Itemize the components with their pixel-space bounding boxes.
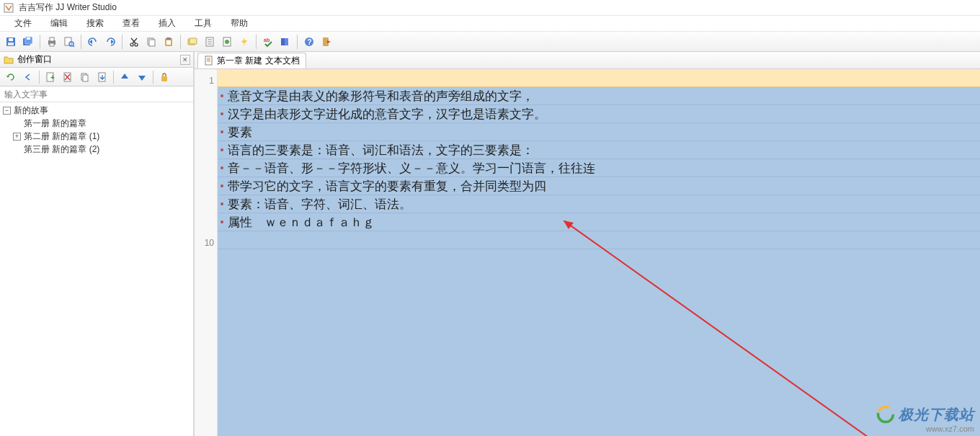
svg-rect-2 bbox=[9, 38, 13, 41]
svg-text:ab: ab bbox=[264, 37, 270, 43]
undo-icon[interactable] bbox=[85, 34, 101, 50]
move-down-icon[interactable] bbox=[134, 69, 150, 85]
print-icon[interactable] bbox=[44, 34, 60, 50]
filter-row bbox=[0, 86, 193, 102]
menu-edit[interactable]: 编辑 bbox=[42, 16, 76, 31]
svg-rect-18 bbox=[149, 40, 155, 46]
svg-line-49 bbox=[564, 221, 888, 436]
svg-rect-8 bbox=[50, 37, 54, 41]
document-tab[interactable]: 第一章 新建 文本文档 bbox=[197, 53, 306, 68]
doc-icon bbox=[204, 55, 214, 66]
line-8[interactable]: 要素：语音、字符、词汇、语法。 bbox=[218, 195, 980, 213]
sidebar-title: 创作窗口 bbox=[17, 53, 52, 66]
editor-scroll[interactable]: 1 10 意音文字是由表义的象形符号和表音的声旁组成的文字， 汉字是由表形文字进… bbox=[195, 69, 980, 436]
cards-icon[interactable] bbox=[184, 34, 200, 50]
cut-icon[interactable] bbox=[126, 34, 142, 50]
sidebar: 创作窗口 ✕ + − 新的故事 第一册 bbox=[0, 52, 195, 436]
line-6[interactable]: 音－－语音、形－－字符形状、义－－意义。学习一门语言，往往连 bbox=[218, 159, 980, 177]
sidebar-toolbar: + bbox=[0, 68, 193, 86]
app-title: 吉吉写作 JJ Writer Studio bbox=[19, 1, 117, 14]
notes-icon[interactable] bbox=[202, 34, 218, 50]
menu-help[interactable]: 帮助 bbox=[222, 16, 257, 31]
svg-point-29 bbox=[225, 40, 229, 44]
arrow-annotation bbox=[564, 221, 924, 436]
line-3[interactable]: 汉字是由表形文字进化成的意音文字，汉字也是语素文字。 bbox=[218, 105, 980, 123]
spellcheck-icon[interactable]: ab bbox=[260, 34, 276, 50]
folder-icon bbox=[3, 54, 14, 66]
lightning-icon[interactable] bbox=[236, 34, 252, 50]
editor-area: 第一章 新建 文本文档 1 10 意音文字是由表义的象形符号和表音的声旁组成的文… bbox=[195, 52, 980, 436]
title-bar: 吉吉写作 JJ Writer Studio bbox=[0, 0, 980, 16]
svg-rect-6 bbox=[27, 37, 30, 40]
line-9[interactable]: 属性 ｗｅｎｄａｆａｈｇ bbox=[218, 213, 980, 231]
main-toolbar: ab ? bbox=[0, 32, 980, 52]
svg-point-14 bbox=[135, 43, 138, 46]
svg-point-13 bbox=[130, 43, 133, 46]
move-up-icon[interactable] bbox=[117, 69, 133, 85]
tab-bar: 第一章 新建 文本文档 bbox=[195, 52, 980, 69]
svg-rect-3 bbox=[8, 43, 14, 45]
filter-input[interactable] bbox=[0, 86, 193, 102]
tree-root-label: 新的故事 bbox=[14, 104, 48, 117]
line-7[interactable]: 带学习它的文字，语言文字的要素有重复，合并同类型为四 bbox=[218, 177, 980, 195]
new-doc-icon[interactable]: + bbox=[43, 69, 58, 85]
editor-content[interactable]: 意音文字是由表义的象形符号和表音的声旁组成的文字， 汉字是由表形文字进化成的意音… bbox=[218, 69, 980, 436]
tree-child-3-label: 第三册 新的篇章 (2) bbox=[24, 143, 99, 156]
menu-view[interactable]: 查看 bbox=[114, 16, 148, 31]
gutter-1: 1 bbox=[195, 72, 214, 90]
copy-doc-icon[interactable] bbox=[77, 69, 93, 85]
tree-child-1[interactable]: 第一册 新的篇章 bbox=[0, 117, 193, 130]
line-1[interactable] bbox=[218, 69, 980, 87]
svg-text:+: + bbox=[50, 74, 55, 81]
import-icon[interactable] bbox=[94, 69, 110, 85]
redo-icon[interactable] bbox=[102, 34, 118, 50]
svg-rect-10 bbox=[65, 37, 71, 45]
line-4[interactable]: 要素 bbox=[218, 123, 980, 141]
save-icon[interactable] bbox=[3, 34, 19, 50]
settings-icon[interactable] bbox=[219, 34, 235, 50]
menu-tools[interactable]: 工具 bbox=[186, 16, 220, 31]
tree-child-2-label: 第二册 新的篇章 (1) bbox=[24, 130, 99, 143]
line-10[interactable] bbox=[218, 231, 980, 249]
menu-insert[interactable]: 插入 bbox=[150, 16, 184, 31]
tree-child-2[interactable]: + 第二册 新的篇章 (1) bbox=[0, 130, 193, 143]
svg-rect-21 bbox=[166, 40, 171, 45]
sidebar-close-icon[interactable]: ✕ bbox=[180, 55, 190, 65]
delete-icon[interactable] bbox=[60, 69, 76, 85]
gutter-10: 10 bbox=[195, 234, 214, 252]
line-gutter: 1 10 bbox=[195, 69, 218, 436]
line-2[interactable]: 意音文字是由表义的象形符号和表音的声旁组成的文字， bbox=[218, 87, 980, 105]
tree-root[interactable]: − 新的故事 bbox=[0, 104, 193, 117]
menu-file[interactable]: 文件 bbox=[6, 16, 40, 31]
tree-child-3[interactable]: 第三册 新的篇章 (2) bbox=[0, 143, 193, 156]
project-tree: − 新的故事 第一册 新的篇章 + 第二册 新的篇章 (1) 第三册 新的篇章 … bbox=[0, 102, 193, 436]
thesaurus-icon[interactable] bbox=[277, 34, 293, 50]
app-icon bbox=[3, 2, 14, 14]
svg-rect-9 bbox=[50, 43, 54, 46]
paste-icon[interactable] bbox=[161, 34, 177, 50]
lock-icon[interactable] bbox=[156, 69, 172, 85]
svg-rect-31 bbox=[281, 38, 285, 45]
svg-line-12 bbox=[73, 45, 74, 47]
help-icon[interactable]: ? bbox=[301, 34, 317, 50]
sidebar-header: 创作窗口 ✕ bbox=[0, 52, 193, 68]
menu-search[interactable]: 搜索 bbox=[78, 16, 112, 31]
tab-label: 第一章 新建 文本文档 bbox=[217, 55, 300, 67]
save-all-icon[interactable] bbox=[20, 34, 36, 50]
svg-rect-32 bbox=[285, 38, 288, 45]
expand-icon[interactable]: + bbox=[13, 133, 21, 141]
refresh-icon[interactable] bbox=[3, 69, 19, 85]
line-5[interactable]: 语言的三要素是：语音、词汇和语法，文字的三要素是： bbox=[218, 141, 980, 159]
collapse-icon[interactable]: − bbox=[3, 107, 11, 115]
tree-child-1-label: 第一册 新的篇章 bbox=[24, 117, 86, 130]
back-icon[interactable] bbox=[20, 69, 36, 85]
exit-icon[interactable] bbox=[318, 34, 334, 50]
copy-icon[interactable] bbox=[143, 34, 159, 50]
svg-text:?: ? bbox=[308, 38, 312, 46]
print-preview-icon[interactable] bbox=[61, 34, 77, 50]
svg-rect-23 bbox=[190, 38, 197, 44]
svg-rect-42 bbox=[83, 75, 88, 81]
svg-rect-44 bbox=[161, 76, 167, 81]
svg-rect-45 bbox=[205, 56, 212, 65]
svg-rect-20 bbox=[166, 37, 171, 40]
